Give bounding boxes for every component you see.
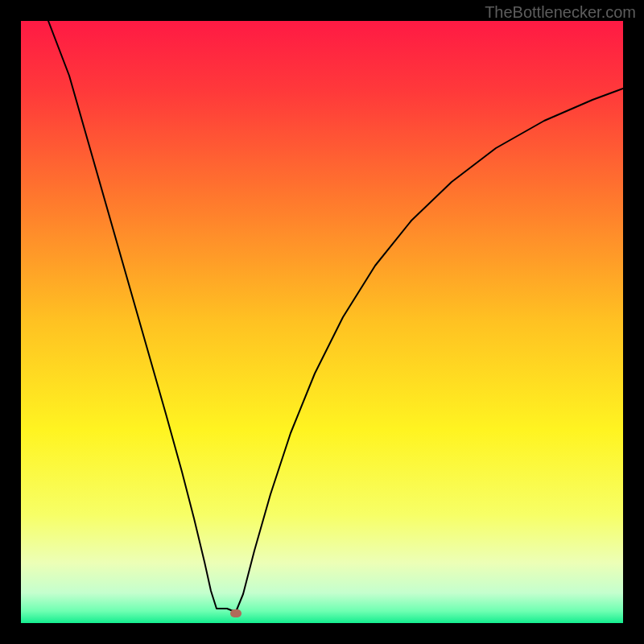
curve-left-branch — [48, 21, 236, 612]
outer-frame: TheBottlenecker.com — [0, 0, 644, 644]
optimal-point-marker — [230, 609, 242, 617]
bottleneck-curve — [21, 21, 623, 623]
watermark-text: TheBottlenecker.com — [485, 3, 636, 22]
curve-right-branch — [236, 89, 623, 612]
plot-area — [21, 21, 623, 623]
